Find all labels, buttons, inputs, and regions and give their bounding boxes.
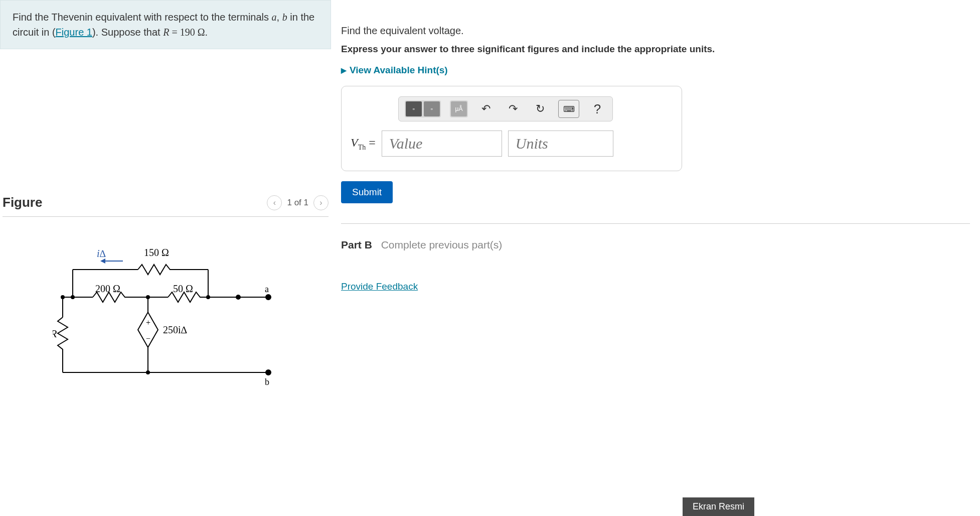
text-fragment: = 190 [169, 27, 197, 38]
problem-statement: Find the Thevenin equivalent with respec… [0, 0, 331, 49]
view-hints-button[interactable]: View Available Hint(s) [341, 65, 970, 76]
answer-toolbar: ▫▫ μÅ ↶ ↷ ↻ ⌨ ? [398, 96, 613, 121]
figure-next-button[interactable]: › [313, 195, 329, 210]
var-a: a [272, 12, 277, 23]
svg-point-10 [266, 370, 271, 375]
bold-instruction: Express your answer to three significant… [341, 44, 970, 55]
reset-button[interactable]: ↻ [531, 100, 549, 118]
svg-point-11 [146, 371, 149, 374]
screenshot-label: Ekran Resmi [683, 497, 754, 516]
part-b: Part B Complete previous part(s) [341, 223, 970, 251]
text-fragment: , [277, 12, 282, 23]
help-button[interactable]: ? [588, 100, 606, 118]
figure-prev-button[interactable]: ‹ [267, 195, 282, 210]
provide-feedback-link[interactable]: Provide Feedback [341, 281, 418, 292]
label-50ohm: 50 Ω [173, 283, 193, 294]
text-fragment: ). Suppose that [92, 27, 163, 38]
symbols-button[interactable]: μÅ [450, 100, 468, 117]
part-b-label: Part B [341, 239, 372, 250]
unit-ohm: Ω [198, 27, 205, 38]
circuit-diagram: + − i∆ 150 Ω 200 Ω 50 Ω [53, 242, 323, 413]
figure-counter: 1 of 1 [287, 198, 308, 208]
label-150ohm: 150 Ω [144, 247, 169, 258]
label-200ohm: 200 Ω [95, 283, 120, 294]
text-fragment: Find the Thevenin equivalent with respec… [13, 12, 272, 23]
answer-label: VTh = [351, 136, 376, 152]
part-a: Find the equivalent voltage. Express you… [341, 25, 970, 203]
keyboard-button[interactable]: ⌨ [558, 100, 579, 118]
figure-title: Figure [3, 195, 42, 210]
templates-button[interactable]: ▫▫ [405, 100, 441, 117]
var-b: b [282, 12, 287, 23]
svg-point-7 [207, 296, 210, 299]
instruction: Find the equivalent voltage. [341, 25, 970, 37]
svg-text:−: − [146, 334, 150, 343]
answer-box: ▫▫ μÅ ↶ ↷ ↻ ⌨ ? VTh = [341, 86, 682, 171]
svg-point-5 [71, 296, 74, 299]
value-input[interactable] [382, 131, 502, 157]
figure-nav: ‹ 1 of 1 › [267, 195, 329, 210]
label-i-delta: i∆ [97, 248, 106, 259]
label-dep-source: 250i∆ [163, 324, 187, 335]
terminal-b: b [265, 377, 269, 387]
redo-button[interactable]: ↷ [504, 100, 522, 118]
figure-link[interactable]: Figure 1 [56, 27, 92, 38]
part-b-status: Complete previous part(s) [381, 239, 503, 250]
problem-text: Find the Thevenin equivalent with respec… [13, 10, 318, 40]
svg-marker-1 [100, 259, 105, 264]
units-input[interactable] [508, 131, 613, 157]
terminal-a: a [265, 284, 269, 294]
undo-button[interactable]: ↶ [477, 100, 495, 118]
label-R: R [53, 327, 57, 340]
text-fragment: . [205, 27, 208, 38]
var-R: R [163, 27, 169, 38]
submit-button[interactable]: Submit [341, 181, 393, 203]
svg-text:+: + [146, 318, 150, 327]
